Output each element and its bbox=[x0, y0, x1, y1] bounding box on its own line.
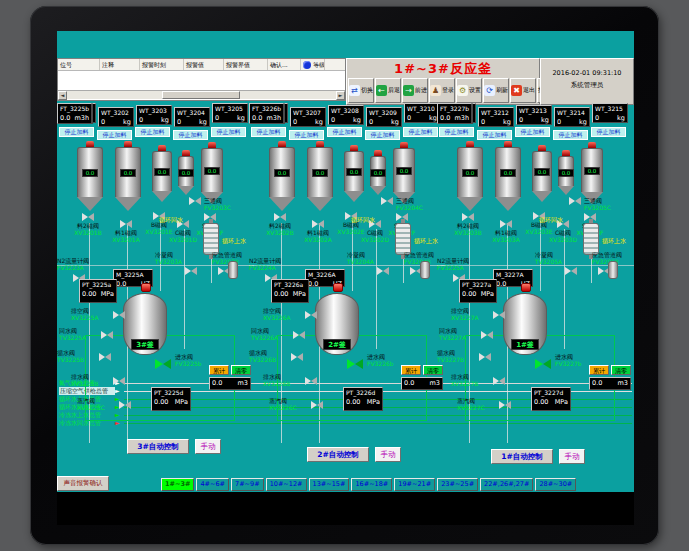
instrument-unit: MPa bbox=[293, 289, 306, 299]
instrument-value: 0 bbox=[331, 115, 335, 125]
sound-alarm-ack-button[interactable]: 声音报警确认 bbox=[57, 476, 109, 491]
valve-icon[interactable] bbox=[499, 401, 511, 409]
water-valve: 循水阀 TV3226B bbox=[249, 349, 313, 367]
reactor-number-display: 2#釜 bbox=[323, 339, 351, 350]
valve-icon[interactable] bbox=[493, 311, 505, 319]
alarm-filter-icon[interactable] bbox=[303, 61, 311, 69]
toolbar-button-label: 刷新 bbox=[496, 86, 508, 95]
totalizer-clear-button[interactable]: 清零 bbox=[231, 365, 251, 375]
valve-icon[interactable] bbox=[479, 353, 491, 361]
valve-icon[interactable] bbox=[119, 401, 131, 409]
page-button[interactable]: 4#~6# bbox=[196, 478, 229, 491]
feed-status-label: 停止加料 bbox=[135, 127, 170, 137]
page-button[interactable]: 23#~25# bbox=[437, 478, 478, 491]
valve-name: 三通阀 bbox=[396, 197, 423, 204]
page-button[interactable]: 22#,26#,27# bbox=[480, 478, 533, 491]
valve-icon[interactable] bbox=[493, 377, 505, 385]
toolbar-button-back[interactable]: ← 后退 bbox=[375, 78, 401, 103]
instrument-unit: MPa bbox=[175, 397, 188, 407]
valve-icon[interactable] bbox=[311, 401, 323, 409]
toolbar-button-login[interactable]: ♟ 登录 bbox=[429, 78, 455, 103]
toolbar-button-label: 后退 bbox=[388, 86, 400, 95]
toolbar-button-settings[interactable]: ⚙ 设置 bbox=[456, 78, 482, 103]
toolbar-button-exit[interactable]: ✖ 退出 bbox=[510, 78, 536, 103]
toolbar-button-forward[interactable]: → 前进 bbox=[402, 78, 428, 103]
inlet-valve-icon[interactable] bbox=[535, 359, 551, 369]
hopper-body: 0.0 bbox=[495, 147, 521, 197]
valve-icon[interactable] bbox=[481, 331, 493, 339]
valve-name: 排空阀 bbox=[263, 307, 327, 314]
auto-control-button[interactable]: 1#自动控制 bbox=[491, 449, 553, 464]
alarm-horizontal-scrollbar[interactable]: ◄ ► bbox=[58, 90, 345, 99]
valve-icon[interactable] bbox=[291, 353, 303, 361]
valve-icon[interactable] bbox=[569, 197, 581, 205]
scroll-left-icon[interactable]: ◄ bbox=[58, 91, 67, 100]
valve-icon[interactable] bbox=[381, 197, 393, 205]
totalizer-accumulate-button[interactable]: 累计 bbox=[401, 365, 421, 375]
scroll-right-icon[interactable]: ► bbox=[336, 91, 345, 100]
valve-icon[interactable] bbox=[305, 377, 317, 385]
valve-tag: XV3227C bbox=[457, 404, 521, 411]
totalizer-accumulate-button[interactable]: 累计 bbox=[209, 365, 229, 375]
hopper-level-display: 0.0 bbox=[558, 169, 574, 177]
inlet-valve-icon[interactable] bbox=[347, 359, 363, 369]
valve-icon[interactable] bbox=[305, 311, 317, 319]
valve-name: 三通阀 bbox=[204, 197, 231, 204]
alarm-column-header: 位号 bbox=[58, 59, 100, 70]
valve-icon[interactable] bbox=[293, 331, 305, 339]
instrument-value: 0.00 bbox=[154, 397, 168, 407]
totalizer-accumulate-button[interactable]: 累计 bbox=[589, 365, 609, 375]
valve-icon[interactable] bbox=[120, 220, 132, 228]
valve-tag: FV3205C bbox=[584, 204, 611, 211]
valve-icon[interactable] bbox=[274, 213, 286, 221]
valve-tag: XV3227B bbox=[451, 380, 515, 387]
instrument-unit: m3h bbox=[267, 113, 282, 123]
manual-mode-button[interactable]: 手动 bbox=[559, 449, 585, 464]
feed-status-label: 停止加料 bbox=[591, 127, 626, 137]
page-button[interactable]: 16#~18# bbox=[351, 478, 392, 491]
auto-control-button[interactable]: 3#自动控制 bbox=[127, 439, 189, 454]
valve-icon[interactable] bbox=[189, 197, 201, 205]
valve-icon[interactable] bbox=[312, 220, 324, 228]
manual-mode-button[interactable]: 手动 bbox=[195, 439, 221, 454]
valve-icon[interactable] bbox=[377, 267, 389, 275]
totalizer-clear-button[interactable]: 清零 bbox=[611, 365, 631, 375]
valve-icon[interactable] bbox=[185, 267, 197, 275]
valve-icon[interactable] bbox=[99, 353, 111, 361]
valve-name: 排空阀 bbox=[451, 307, 515, 314]
feed-hopper-vessel: 0.0 bbox=[152, 145, 172, 202]
instrument-value: 0 bbox=[557, 117, 561, 127]
hopper-body: 0.0 bbox=[344, 151, 364, 191]
valve-tag: TV3225A bbox=[59, 334, 123, 341]
page-button[interactable]: 1#~3# bbox=[161, 478, 194, 491]
instrument-unit: kg bbox=[617, 113, 625, 123]
scrollbar-thumb[interactable] bbox=[162, 91, 240, 99]
page-button[interactable]: 13#~15# bbox=[309, 478, 350, 491]
auto-control-button[interactable]: 2#自动控制 bbox=[307, 447, 369, 462]
page-button[interactable]: 7#~9# bbox=[231, 478, 264, 491]
page-button[interactable]: 19#~21# bbox=[394, 478, 435, 491]
valve-icon[interactable] bbox=[565, 267, 577, 275]
hopper-cone bbox=[495, 197, 521, 211]
valve-icon[interactable] bbox=[113, 377, 125, 385]
valve-icon[interactable] bbox=[101, 331, 113, 339]
toolbar-button-refresh[interactable]: ⟳ 刷新 bbox=[483, 78, 509, 103]
page-button[interactable]: 10#~12# bbox=[266, 478, 307, 491]
valve-icon[interactable] bbox=[82, 213, 94, 221]
page-button[interactable]: 28#~30# bbox=[535, 478, 576, 491]
valve-icon[interactable] bbox=[462, 213, 474, 221]
totalizer-value-box: 0.0 m3 bbox=[589, 377, 631, 390]
instrument-value: 0 bbox=[369, 117, 373, 127]
reactor-groups: WT_3201 0 kg WT_3202 0 kg bbox=[57, 103, 634, 492]
hopper-level-display: 0.0 bbox=[370, 169, 386, 177]
inlet-valve-icon[interactable] bbox=[155, 359, 171, 369]
instrument-tag: PT_3226a bbox=[272, 280, 308, 289]
manual-mode-button[interactable]: 手动 bbox=[375, 447, 401, 462]
instrument-box: WT_3209 0 kg bbox=[366, 107, 402, 127]
scrollbar-track[interactable] bbox=[67, 91, 336, 99]
toolbar-button-switch[interactable]: ⇄ 切换 bbox=[348, 78, 374, 103]
hopper-body: 0.0 bbox=[269, 147, 295, 197]
valve-icon[interactable] bbox=[113, 311, 125, 319]
instrument-value: 0 bbox=[177, 117, 181, 127]
valve-icon[interactable] bbox=[500, 220, 512, 228]
